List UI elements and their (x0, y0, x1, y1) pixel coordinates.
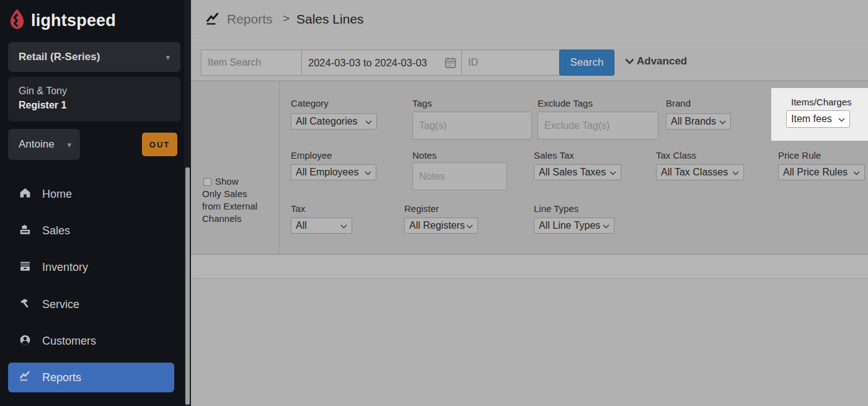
lightspeed-logo: lightspeed (9, 9, 116, 32)
chevron-down-icon (365, 116, 372, 127)
sidebar-item-service[interactable]: Service (8, 289, 174, 319)
search-button[interactable]: Search (559, 50, 614, 76)
sidebar-item-label: Reports (42, 371, 81, 384)
chevron-down-icon (732, 167, 739, 178)
chevron-down-icon (853, 167, 860, 178)
flame-icon (9, 9, 25, 32)
tax-select[interactable]: All (291, 218, 352, 234)
sidebar-item-label: Customers (42, 335, 96, 348)
price-rule-select[interactable]: All Price Rules (778, 164, 865, 180)
report-chart-icon (205, 11, 221, 31)
line-types-select[interactable]: All Line Types (534, 218, 614, 234)
sidebar-item-label: Service (42, 298, 79, 311)
sidebar-item-sales[interactable]: Sales (8, 216, 174, 245)
employee-select[interactable]: All Employees (291, 164, 376, 180)
external-channels-checkbox-input[interactable] (203, 178, 211, 186)
tax-class-label: Tax Class (656, 150, 696, 161)
chevron-down-icon (719, 116, 726, 127)
sidebar: lightspeed Retail (R-Series) ▾ Gin & Ton… (0, 0, 191, 406)
inventory-box-icon (19, 260, 32, 275)
date-range-input[interactable] (301, 50, 462, 76)
item-search-input[interactable] (201, 50, 302, 76)
chevron-down-icon (340, 220, 347, 231)
chevron-down-icon (625, 56, 634, 67)
register-select[interactable]: All Registers (404, 218, 478, 234)
notes-input[interactable] (412, 162, 507, 190)
price-rule-label: Price Rule (778, 150, 821, 161)
breadcrumb-section[interactable]: Reports (227, 12, 273, 27)
employee-label: Employee (291, 150, 332, 161)
sidebar-item-reports[interactable]: Reports (8, 363, 174, 392)
report-results-area (191, 280, 868, 406)
tags-input[interactable] (412, 112, 532, 139)
customer-icon (19, 333, 32, 349)
register-info-box[interactable]: Gin & Tony Register 1 (8, 77, 180, 121)
tags-label: Tags (412, 98, 432, 108)
chevron-down-icon (838, 113, 845, 125)
sidebar-item-label: Inventory (42, 261, 88, 274)
page-title: Sales Lines (296, 12, 364, 27)
report-chart-icon (19, 370, 32, 386)
items-charges-select[interactable]: Item fees (786, 110, 850, 128)
filter-panel: Show Only Sales from External Channels I… (191, 81, 868, 255)
divider (279, 81, 280, 254)
items-charges-label: Items/Charges (791, 97, 852, 107)
product-selector-label: Retail (R-Series) (19, 51, 166, 63)
main-content: Reports > Sales Lines Search Advanced (191, 0, 868, 406)
user-name: Antoine (19, 138, 67, 151)
chevron-down-icon (603, 220, 609, 231)
chevron-down-icon (466, 220, 473, 231)
category-select[interactable]: All Categories (291, 113, 377, 130)
breadcrumb-bar (191, 0, 868, 40)
category-label: Category (291, 98, 329, 108)
sidebar-scrollbar-thumb[interactable] (185, 167, 190, 405)
line-types-label: Line Types (534, 203, 578, 214)
register-label: Register (404, 203, 439, 214)
advanced-toggle[interactable]: Advanced (625, 55, 687, 68)
exclude-tags-input[interactable] (538, 112, 658, 139)
breadcrumb-separator: > (283, 12, 290, 25)
home-icon (19, 187, 32, 202)
logo-wordmark: lightspeed (31, 11, 116, 30)
product-selector[interactable]: Retail (R-Series) ▾ (8, 42, 180, 72)
sidebar-item-label: Sales (42, 224, 70, 237)
shop-name: Gin & Tony (19, 84, 170, 98)
calendar-icon[interactable] (444, 56, 457, 72)
notes-label: Notes (412, 150, 436, 161)
sales-tax-select[interactable]: All Sales Taxes (534, 164, 621, 180)
chevron-down-icon (609, 167, 616, 178)
chevron-down-icon (365, 167, 371, 178)
cash-register-icon (19, 223, 32, 239)
sign-out-button[interactable]: OUT (142, 133, 177, 156)
brand-label: Brand (666, 98, 691, 108)
tax-class-select[interactable]: All Tax Classes (656, 164, 744, 180)
sidebar-item-inventory[interactable]: Inventory (8, 252, 174, 282)
external-channels-checkbox[interactable]: Show Only Sales from External Channels (202, 175, 267, 225)
app-window: lightspeed Retail (R-Series) ▾ Gin & Ton… (0, 0, 868, 406)
sidebar-item-home[interactable]: Home (8, 179, 174, 209)
sales-tax-label: Sales Tax (534, 150, 574, 161)
register-name: Register 1 (19, 98, 170, 113)
report-toolbar-band (191, 255, 868, 279)
tour-spotlight: Items/Charges Item fees (771, 88, 868, 141)
user-menu[interactable]: Antoine ▾ (8, 129, 80, 160)
brand-select[interactable]: All Brands (666, 113, 731, 130)
id-input[interactable] (461, 50, 560, 76)
exclude-tags-label: Exclude Tags (538, 98, 593, 108)
hammer-icon (19, 297, 32, 312)
sidebar-item-label: Home (42, 188, 72, 201)
tax-label: Tax (291, 203, 305, 214)
chevron-down-icon: ▾ (67, 140, 71, 149)
chevron-down-icon: ▾ (166, 53, 170, 62)
sidebar-item-customers[interactable]: Customers (8, 326, 174, 356)
